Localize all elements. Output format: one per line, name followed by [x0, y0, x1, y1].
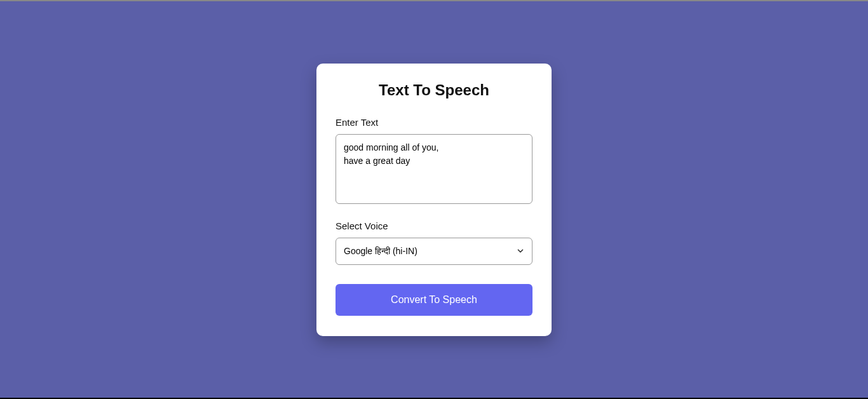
enter-text-label: Enter Text: [336, 117, 532, 128]
voice-select-wrapper: Google हिन्दी (hi-IN): [336, 238, 532, 265]
voice-select[interactable]: Google हिन्दी (hi-IN): [336, 238, 532, 265]
select-voice-group: Select Voice Google हिन्दी (hi-IN): [336, 220, 532, 265]
convert-button[interactable]: Convert To Speech: [336, 284, 532, 316]
voice-selected-value: Google हिन्दी (hi-IN): [344, 246, 417, 257]
text-input[interactable]: [336, 134, 532, 204]
card-title: Text To Speech: [336, 81, 532, 99]
tts-card: Text To Speech Enter Text Select Voice G…: [316, 64, 552, 336]
enter-text-group: Enter Text: [336, 117, 532, 206]
select-voice-label: Select Voice: [336, 220, 532, 231]
